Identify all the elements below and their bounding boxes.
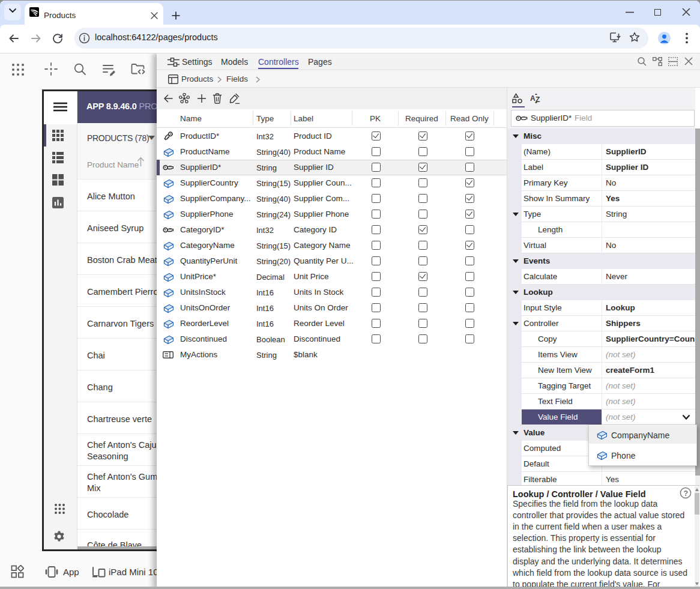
svg-text:?: ? [684, 489, 689, 498]
svg-text:A: A [530, 94, 536, 103]
